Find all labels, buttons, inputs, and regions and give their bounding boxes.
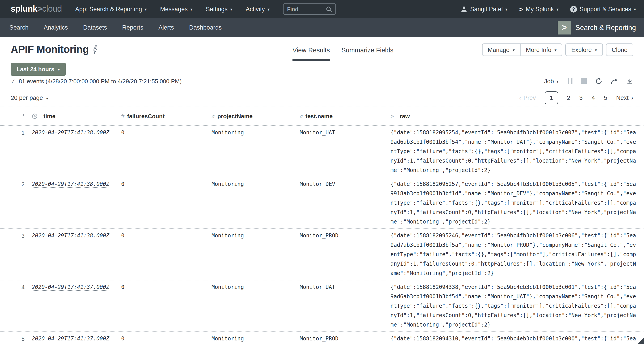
testname-cell[interactable]: Monitor_PROD	[300, 231, 390, 241]
string-type-icon: a	[300, 113, 303, 120]
row-number: 5	[11, 334, 32, 344]
page-button-4[interactable]: 4	[592, 94, 595, 101]
share-icon[interactable]	[611, 78, 618, 84]
splunk-gt-icon: >	[519, 5, 523, 13]
support-menu[interactable]: ? Support & Services ▾	[570, 6, 636, 12]
chevron-down-icon: ▾	[554, 48, 556, 52]
menu-app[interactable]: App: Search & Reporting ▾	[75, 6, 147, 12]
report-actions: Manage ▾ More Info ▾ Explore ▾ Clone	[482, 44, 633, 56]
column-header-testname[interactable]: a test.name	[300, 113, 390, 120]
splunk-report-window: splunk>cloud App: Search & Reporting ▾ M…	[0, 0, 644, 344]
menu-settings[interactable]: Settings ▾	[206, 6, 232, 12]
user-name: Sangit Patel	[470, 6, 503, 12]
chevron-down-icon: ▾	[634, 7, 636, 12]
failurescount-cell[interactable]: 0	[121, 283, 212, 292]
nav-item-analytics[interactable]: Analytics	[44, 24, 68, 31]
time-cell[interactable]: 2020-04-29T17:41:38.000Z	[32, 129, 109, 136]
nav-item-search[interactable]: Search	[10, 24, 28, 31]
chevron-down-icon: ▾	[190, 7, 192, 12]
time-cell[interactable]: 2020-04-29T17:41:37.000Z	[32, 284, 109, 291]
user-menu[interactable]: Sangit Patel ▾	[461, 6, 507, 12]
failurescount-cell[interactable]: 0	[121, 128, 212, 137]
column-header-projectname[interactable]: a projectName	[212, 113, 300, 120]
column-header-time[interactable]: _time	[32, 113, 121, 120]
logo-brand: splunk	[11, 4, 37, 14]
my-splunk-menu[interactable]: > My Splunk ▾	[519, 5, 558, 13]
menu-activity[interactable]: Activity ▾	[246, 6, 270, 12]
testname-cell[interactable]: Monitor_UAT	[300, 283, 390, 292]
search-reporting-app-icon: >	[558, 21, 571, 34]
projectname-cell[interactable]: Monitoring	[212, 128, 300, 137]
app-badge-label: Search & Reporting	[575, 24, 636, 32]
reload-icon[interactable]	[595, 78, 602, 85]
per-page-selector[interactable]: 20 per page ▾	[11, 94, 48, 101]
download-icon[interactable]	[626, 78, 633, 84]
next-page-button[interactable]: Next ›	[616, 94, 633, 101]
logo-suffix: cloud	[42, 4, 62, 14]
row-number: 1	[11, 128, 32, 138]
time-cell[interactable]: 2020-04-29T17:41:37.000Z	[32, 335, 109, 342]
testname-cell[interactable]: Monitor_UAT	[300, 128, 390, 137]
manage-label: Manage	[488, 46, 510, 53]
more-info-button[interactable]: More Info ▾	[520, 44, 562, 56]
time-cell[interactable]: 2020-04-29T17:41:38.000Z	[32, 181, 109, 188]
chevron-down-icon: ▾	[230, 7, 232, 12]
page-button-3[interactable]: 3	[579, 94, 582, 101]
report-header: APIF Monitoring View Results Summarize F…	[0, 37, 644, 61]
clock-icon	[32, 113, 38, 119]
nav-item-alerts[interactable]: Alerts	[158, 24, 174, 31]
nav-item-reports[interactable]: Reports	[122, 24, 143, 31]
menu-messages-label: Messages	[160, 6, 188, 12]
menu-messages[interactable]: Messages ▾	[160, 6, 192, 12]
failurescount-cell[interactable]: 0	[121, 231, 212, 241]
testname-cell[interactable]: Monitor_PROD	[300, 334, 390, 343]
prev-label: Prev	[524, 94, 536, 101]
column-header-failurescount[interactable]: # failuresCount	[121, 113, 212, 120]
projectname-cell[interactable]: Monitoring	[212, 334, 300, 343]
raw-cell[interactable]: {"date":1588182094310,"eventId":"5ea9bc4…	[390, 334, 639, 344]
clone-button[interactable]: Clone	[606, 44, 633, 56]
time-range-picker[interactable]: Last 24 hours ▾	[11, 63, 66, 76]
menu-activity-label: Activity	[246, 6, 265, 12]
page-button-1[interactable]: 1	[545, 91, 558, 104]
raw-cell[interactable]: {"date":1588182094338,"eventId":"5ea9bc4…	[390, 283, 639, 330]
next-label: Next	[616, 94, 628, 101]
top-nav-bar: splunk>cloud App: Search & Reporting ▾ M…	[0, 0, 644, 18]
failurescount-cell[interactable]: 0	[121, 180, 212, 189]
pagination-bar: 20 per page ▾ ‹ Prev 1 2 3 4 5 Next ›	[0, 89, 644, 107]
chevron-down-icon: ▾	[268, 7, 270, 12]
tab-summarize-fields[interactable]: Summarize Fields	[342, 47, 393, 61]
find-search-box[interactable]	[283, 3, 336, 15]
manage-button[interactable]: Manage ▾	[482, 44, 520, 56]
select-all-header[interactable]: *	[11, 113, 32, 120]
job-menu[interactable]: Job ▾	[544, 78, 558, 84]
tab-view-results[interactable]: View Results	[292, 47, 330, 61]
time-cell[interactable]: 2020-04-29T17:41:38.000Z	[32, 233, 109, 239]
explore-label: Explore	[571, 46, 592, 53]
explore-button[interactable]: Explore ▾	[566, 44, 603, 56]
projectname-cell[interactable]: Monitoring	[212, 283, 300, 292]
more-info-label: More Info	[526, 46, 552, 53]
projectname-cell[interactable]: Monitoring	[212, 231, 300, 241]
failurescount-cell[interactable]: 0	[121, 334, 212, 343]
table-row: 4 2020-04-29T17:41:37.000Z 0 Monitoring …	[0, 280, 644, 332]
nav-item-datasets[interactable]: Datasets	[83, 24, 107, 31]
testname-cell[interactable]: Monitor_DEV	[300, 180, 390, 189]
chevron-down-icon: ▾	[556, 7, 558, 12]
column-header-raw[interactable]: > _raw	[390, 113, 639, 120]
splunk-cloud-logo[interactable]: splunk>cloud	[11, 4, 62, 14]
string-type-icon: a	[212, 113, 215, 120]
find-input[interactable]	[287, 6, 323, 12]
stop-icon[interactable]	[582, 78, 587, 84]
raw-cell[interactable]: {"date":1588182095246,"eventId":"5ea9bc4…	[390, 231, 639, 278]
pause-icon[interactable]	[567, 78, 573, 84]
column-label-failurescount: failuresCount	[127, 113, 164, 120]
job-controls: Job ▾	[544, 78, 633, 85]
raw-cell[interactable]: {"date":1588182095257,"eventId":"5ea9bc4…	[390, 180, 639, 227]
app-nav-bar: Search Analytics Datasets Reports Alerts…	[0, 18, 644, 37]
raw-cell[interactable]: {"date":1588182095254,"eventId":"5ea9bc4…	[390, 128, 639, 175]
projectname-cell[interactable]: Monitoring	[212, 180, 300, 189]
page-button-5[interactable]: 5	[604, 94, 607, 101]
page-button-2[interactable]: 2	[567, 94, 570, 101]
nav-item-dashboards[interactable]: Dashboards	[189, 24, 222, 31]
